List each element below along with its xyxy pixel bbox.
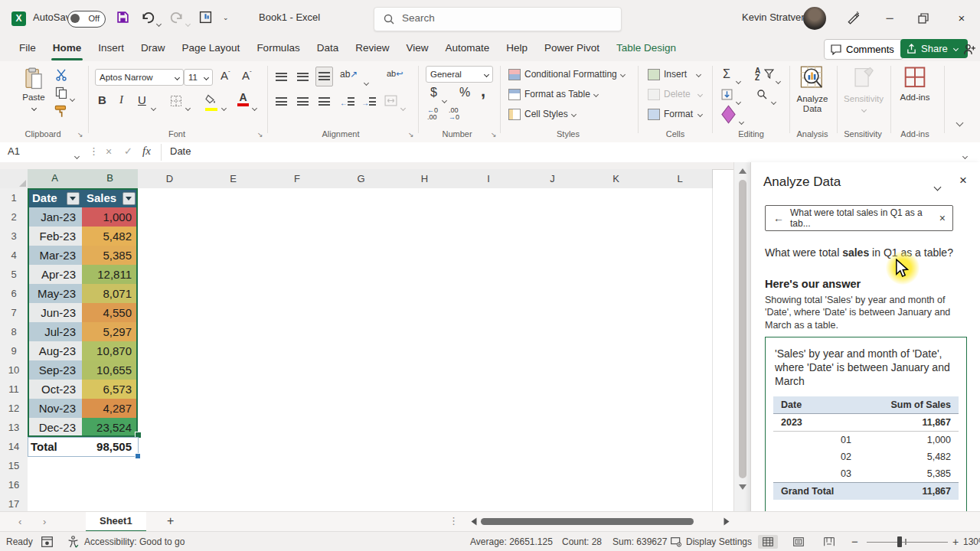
cell-E15[interactable]: [201, 456, 266, 476]
cell-J5[interactable]: [521, 265, 585, 285]
cell-H8[interactable]: [393, 322, 457, 342]
cell-F3[interactable]: [265, 227, 330, 246]
pane-close-icon[interactable]: ×: [959, 173, 967, 188]
column-header-A[interactable]: A: [28, 169, 83, 190]
cell-K6[interactable]: [584, 284, 648, 304]
cell-K5[interactable]: [584, 265, 648, 285]
cell-H9[interactable]: [393, 341, 457, 361]
tab-home[interactable]: Home: [44, 37, 90, 61]
cell-E16[interactable]: [201, 475, 266, 495]
status-sum[interactable]: Sum: 639627: [612, 532, 667, 551]
decrease-decimal-button[interactable]: .00→0: [449, 107, 459, 121]
orientation-icon[interactable]: ab↗: [340, 69, 358, 80]
sheet-tab-active[interactable]: Sheet1: [86, 512, 146, 532]
cell-L2[interactable]: [648, 207, 713, 227]
cell-K13[interactable]: [584, 418, 648, 438]
cell-I13[interactable]: [456, 418, 521, 438]
cell-L4[interactable]: [648, 246, 713, 266]
cell-J15[interactable]: [521, 456, 585, 476]
tab-help[interactable]: Help: [498, 37, 536, 61]
cell-G13[interactable]: [329, 418, 394, 438]
date-cell[interactable]: Nov-23: [28, 399, 82, 418]
cell-D15[interactable]: [138, 456, 202, 476]
cell-G15[interactable]: [329, 456, 394, 476]
date-cell[interactable]: Oct-23: [28, 380, 82, 399]
cell-D4[interactable]: [138, 246, 202, 266]
query-box[interactable]: ← What were total sales in Q1 as a tab..…: [765, 205, 953, 231]
tab-review[interactable]: Review: [347, 37, 397, 61]
sort-filter-funnel-icon[interactable]: [764, 69, 774, 79]
cell-J16[interactable]: [521, 475, 585, 495]
status-count[interactable]: Count: 28: [562, 532, 602, 551]
autosave-toggle[interactable]: Off: [67, 11, 106, 28]
cell-E13[interactable]: [201, 418, 266, 438]
cell-G10[interactable]: [329, 360, 394, 380]
row-header-3[interactable]: 3: [0, 227, 28, 246]
cell-J11[interactable]: [521, 380, 585, 399]
date-cell[interactable]: Jul-23: [28, 322, 82, 341]
cell-E4[interactable]: [201, 246, 266, 266]
date-cell[interactable]: Aug-23: [28, 341, 82, 360]
cell-G9[interactable]: [329, 341, 394, 361]
cut-icon[interactable]: [55, 69, 67, 81]
cell-G11[interactable]: [329, 380, 394, 399]
font-dialog-launcher[interactable]: ↘: [257, 131, 263, 139]
sales-cell[interactable]: 4,550: [82, 303, 138, 322]
cell-E14[interactable]: [201, 437, 266, 457]
cell-F7[interactable]: [265, 303, 330, 323]
font-size-select[interactable]: 11: [184, 69, 213, 86]
cell-J7[interactable]: [521, 303, 585, 323]
row-header-4[interactable]: 4: [0, 246, 28, 266]
save-icon[interactable]: [116, 11, 129, 24]
tab-formulas[interactable]: Formulas: [248, 37, 308, 61]
cell-D8[interactable]: [138, 322, 202, 342]
status-average[interactable]: Average: 26651.125: [470, 532, 553, 551]
cell-H10[interactable]: [393, 360, 457, 380]
cell-I5[interactable]: [456, 265, 521, 285]
cell-K15[interactable]: [584, 456, 648, 476]
next-sheet-icon[interactable]: ›: [43, 516, 46, 527]
cell-L9[interactable]: [648, 341, 713, 361]
sales-cell[interactable]: 5,482: [82, 227, 138, 246]
font-color-button[interactable]: A: [237, 92, 249, 106]
conditional-formatting-button[interactable]: Conditional Formatting: [508, 67, 625, 81]
sales-cell[interactable]: 12,811: [82, 265, 138, 284]
comma-style-button[interactable]: ,: [481, 81, 485, 101]
fill-chevron-icon[interactable]: [737, 93, 740, 107]
cell-D2[interactable]: [138, 207, 202, 227]
sheet-options-icon[interactable]: ⋮: [449, 515, 459, 527]
cell-L3[interactable]: [648, 227, 713, 246]
cell-J9[interactable]: [521, 341, 585, 361]
increase-font-icon[interactable]: Aˆ: [220, 69, 230, 82]
cell-G1[interactable]: [329, 188, 394, 208]
cell-K1[interactable]: [584, 188, 648, 208]
underline-button[interactable]: U: [138, 93, 146, 106]
formula-content[interactable]: Date: [170, 145, 191, 157]
tab-table-design[interactable]: Table Design: [608, 37, 684, 61]
cell-I16[interactable]: [456, 475, 521, 495]
scroll-up-icon[interactable]: [739, 168, 746, 174]
cell-K10[interactable]: [584, 360, 648, 380]
format-painter-icon[interactable]: [54, 104, 68, 119]
cell-B16[interactable]: [82, 475, 139, 495]
cell-I1[interactable]: [456, 188, 521, 208]
person-add-icon[interactable]: [963, 43, 976, 56]
cell-J3[interactable]: [521, 227, 585, 246]
cell-K17[interactable]: [584, 494, 648, 511]
fill-color-chevron-icon[interactable]: [222, 99, 226, 113]
cell-F14[interactable]: [265, 437, 330, 457]
cell-D5[interactable]: [138, 265, 202, 285]
cell-D16[interactable]: [138, 475, 202, 495]
cell-G5[interactable]: [329, 265, 394, 285]
sales-cell[interactable]: 4,287: [82, 399, 138, 418]
cell-D6[interactable]: [138, 284, 202, 304]
cell-A17[interactable]: [28, 494, 83, 511]
back-arrow-icon[interactable]: ←: [773, 212, 784, 224]
fill-color-button[interactable]: [205, 93, 217, 111]
sales-cell[interactable]: 10,655: [82, 360, 138, 380]
row-header-17[interactable]: 17: [0, 494, 28, 511]
column-header-G[interactable]: G: [329, 169, 394, 189]
tab-draw[interactable]: Draw: [132, 37, 174, 61]
scroll-down-icon[interactable]: [739, 484, 746, 490]
tab-page-layout[interactable]: Page Layout: [174, 37, 249, 61]
